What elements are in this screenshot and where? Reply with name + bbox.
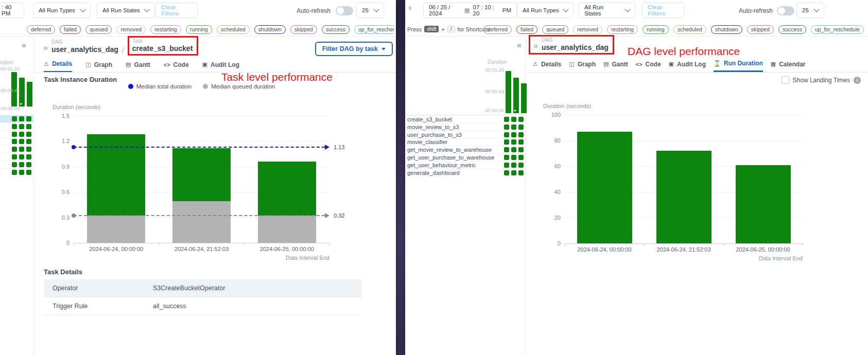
datetime-field[interactable]: 06 / 25 / 2024 ▦ 07 : 10 : 20 PM [423, 3, 517, 18]
status-badge-success[interactable]: success [778, 25, 806, 34]
task-instance-square[interactable] [518, 117, 524, 122]
task-row-movie-classifier[interactable]: movie_classifier [405, 138, 526, 146]
task-instance-square[interactable] [12, 170, 17, 175]
show-landing-times-checkbox[interactable] [782, 76, 789, 84]
task-instance-square[interactable] [504, 125, 509, 130]
status-badge-deferred[interactable]: deferred [483, 25, 512, 34]
status-badge-failed[interactable]: failed [516, 25, 537, 34]
task-row-get-user-behaviour-metric[interactable]: get_user_behaviour_metric [405, 161, 526, 169]
status-badge-scheduled[interactable]: scheduled [217, 25, 250, 34]
task-instance-square[interactable] [19, 162, 24, 167]
task-instance-square[interactable] [511, 117, 516, 122]
auto-refresh-toggle[interactable] [777, 6, 794, 15]
queued-duration-bar[interactable] [258, 216, 316, 243]
tab-gantt[interactable]: ▤Gantt [603, 60, 628, 72]
status-badge-shutdown[interactable]: shutdown [254, 25, 286, 34]
task-instance-square[interactable] [26, 132, 31, 137]
mini-duration-bar[interactable] [27, 82, 32, 106]
task-instance-square[interactable] [12, 116, 17, 121]
breadcrumb-dag[interactable]: DAG user_analytics_dag [51, 39, 118, 54]
status-badge-up-for-reschedule[interactable]: up_for_reschedule [811, 25, 864, 34]
breadcrumb-dag[interactable]: DAG user_analytics_dag [542, 37, 609, 51]
task-instance-square[interactable] [518, 170, 524, 175]
tab-code[interactable]: <>Code [164, 60, 189, 73]
task-row-movie-classifier[interactable]: movie_classifier [0, 137, 33, 145]
task-instance-square[interactable] [504, 139, 509, 145]
task-instance-square[interactable] [12, 132, 17, 137]
task-instance-square[interactable] [504, 163, 509, 168]
run-states-select[interactable]: All Run States [97, 3, 154, 18]
task-instance-square[interactable] [511, 155, 516, 160]
task-instance-square[interactable] [19, 124, 24, 129]
task-instance-square[interactable] [511, 125, 516, 130]
status-badge-removed[interactable]: removed [573, 25, 602, 34]
status-badge-success[interactable]: success [322, 25, 350, 34]
task-instance-square[interactable] [518, 132, 524, 137]
task-instance-square[interactable] [26, 162, 31, 167]
status-badge-restarting[interactable]: restarting [150, 25, 181, 34]
task-instance-square[interactable] [12, 124, 17, 129]
task-instance-square[interactable] [19, 170, 24, 175]
run-duration-bar[interactable] [736, 165, 791, 244]
page-size-select[interactable]: 25 [356, 3, 384, 18]
task-instance-square[interactable] [504, 147, 509, 152]
tab-graph[interactable]: ◫Graph [569, 60, 596, 72]
task-instance-square[interactable] [26, 124, 31, 129]
task-row-create-s3-bucket[interactable]: create_s3_bucket [405, 115, 526, 123]
task-instance-square[interactable] [19, 147, 24, 152]
tab-calendar[interactable]: ▦Calendar [771, 60, 806, 72]
status-badge-scheduled[interactable]: scheduled [673, 25, 706, 34]
tab-code[interactable]: <>Code [636, 60, 661, 72]
run-types-select[interactable]: All Run Types [517, 3, 574, 18]
collapse-up-icon[interactable]: » [407, 6, 414, 10]
task-row-create-s3-bucket[interactable]: create_s3_bucket [0, 115, 33, 122]
task-row-get-movie-review-to-warehouse[interactable]: get_movie_review_to_warehouse [0, 145, 33, 153]
mini-duration-bar[interactable]: ▸ [513, 78, 519, 113]
task-instance-square[interactable] [12, 162, 17, 167]
total-duration-bar[interactable] [258, 162, 316, 216]
task-instance-square[interactable] [504, 155, 509, 160]
status-badge-running[interactable]: running [643, 25, 669, 34]
mini-duration-bar[interactable] [506, 71, 511, 113]
task-instance-square[interactable] [19, 116, 24, 121]
collapse-grid-icon[interactable]: « [517, 42, 522, 49]
clear-filters-button[interactable]: Clear Filters [642, 3, 684, 18]
task-instance-square[interactable] [518, 147, 524, 152]
status-badge-skipped[interactable]: skipped [747, 25, 774, 34]
execution-time-field[interactable]: : 40 PM [0, 3, 24, 18]
status-badge-shutdown[interactable]: shutdown [711, 25, 742, 34]
task-instance-square[interactable] [504, 170, 509, 175]
run-duration-bar[interactable] [577, 132, 632, 244]
task-instance-square[interactable] [26, 154, 31, 159]
queued-duration-bar[interactable] [172, 201, 231, 243]
status-badge-queued[interactable]: queued [542, 25, 568, 34]
tab-details[interactable]: ⚠Details [44, 60, 72, 73]
run-types-select[interactable]: All Run Types [33, 3, 91, 18]
task-instance-square[interactable] [511, 163, 516, 168]
status-badge-skipped[interactable]: skipped [290, 25, 317, 34]
task-row-generate-dashboard[interactable]: generate_dashboard [405, 169, 526, 176]
tab-audit-log[interactable]: ▣Audit Log [669, 60, 706, 72]
task-instance-square[interactable] [19, 132, 24, 137]
page-size-select[interactable]: 25 [796, 3, 824, 18]
tab-graph[interactable]: ◫Graph [85, 60, 112, 73]
status-badge-running[interactable]: running [186, 25, 212, 34]
task-instance-square[interactable] [504, 117, 509, 122]
task-row-movie-review-to-s3[interactable]: movie_review_to_s3 [0, 122, 33, 130]
expand-panel-icon[interactable]: » [43, 43, 48, 52]
tab-gantt[interactable]: ▤Gantt [126, 60, 150, 73]
task-row-get-user-purchase-to-warehouse[interactable]: get_user_purchase_to_warehouse [0, 153, 33, 161]
task-row-user-purchase-to-s3[interactable]: user_purchase_to_s3 [405, 131, 526, 138]
clear-filters-button[interactable]: Clear Filters [155, 3, 198, 18]
mini-duration-bar[interactable]: ▸ [19, 78, 25, 106]
task-instance-square[interactable] [19, 139, 24, 144]
task-instance-square[interactable] [26, 116, 31, 121]
task-instance-square[interactable] [12, 154, 17, 159]
task-instance-square[interactable] [26, 147, 31, 152]
tab-run-duration[interactable]: ⌛Run Duration [714, 60, 763, 72]
run-duration-bar[interactable] [656, 151, 711, 243]
task-row-generate-dashboard[interactable]: generate_dashboard [0, 168, 33, 176]
task-instance-square[interactable] [518, 125, 524, 130]
breadcrumb-task[interactable]: Task create_s3_bucket [132, 38, 193, 52]
mini-duration-bar[interactable] [521, 83, 527, 113]
